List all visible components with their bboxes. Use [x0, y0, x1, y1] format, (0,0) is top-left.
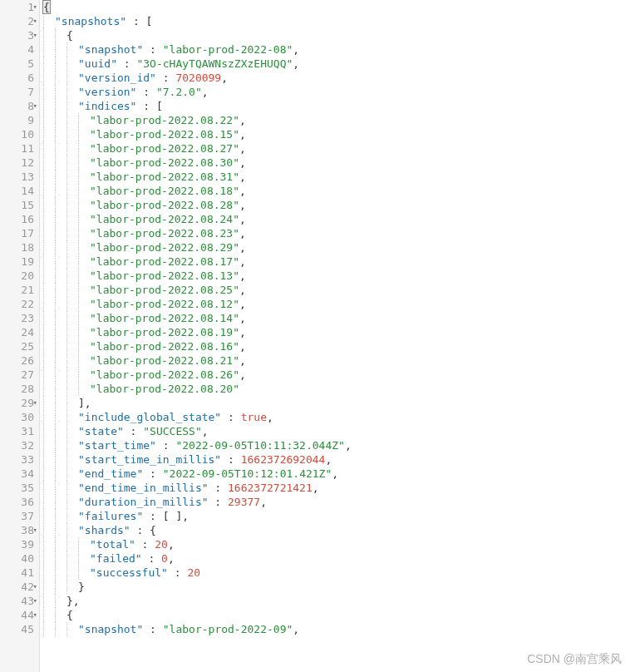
- line-number: 15: [0, 198, 34, 212]
- token-string: "labor-prod-2022.08.23": [90, 227, 239, 240]
- code-line[interactable]: }: [43, 580, 630, 594]
- fold-arrow-icon[interactable]: ▾: [33, 594, 37, 608]
- indent-guide: [66, 57, 78, 71]
- code-line[interactable]: },: [43, 594, 630, 608]
- code-line[interactable]: "labor-prod-2022.08.15",: [43, 127, 630, 141]
- token-key: "failed": [90, 552, 142, 565]
- indent-guide: [43, 396, 55, 410]
- code-line[interactable]: "total" : 20,: [43, 537, 630, 551]
- line-number: 29▾: [0, 396, 34, 410]
- code-line[interactable]: "labor-prod-2022.08.28",: [43, 198, 630, 212]
- code-line[interactable]: "uuid" : "3O-cHAyTQAWNszZXzEHUQQ",: [43, 57, 630, 71]
- token-punct: : [: [126, 15, 152, 27]
- indent-guide: [66, 71, 78, 85]
- token-punct: ,: [168, 552, 175, 565]
- indent-guide: [78, 551, 90, 566]
- code-line[interactable]: "failures" : [ ],: [43, 509, 630, 523]
- code-line[interactable]: "labor-prod-2022.08.20": [43, 382, 630, 396]
- token-punct: :: [168, 566, 187, 579]
- code-line[interactable]: "version_id" : 7020099,: [43, 71, 630, 85]
- token-punct: ,: [168, 538, 175, 551]
- line-number: 27: [0, 368, 34, 382]
- code-line[interactable]: "shards" : {: [43, 523, 630, 537]
- token-string: "labor-prod-2022.08.24": [90, 213, 239, 225]
- token-punct: ,: [332, 467, 338, 480]
- line-number: 38▾: [0, 523, 34, 537]
- code-line[interactable]: "end_time_in_millis" : 1662372721421,: [43, 481, 630, 495]
- code-line[interactable]: "include_global_state" : true,: [43, 410, 630, 424]
- code-line[interactable]: "indices" : [: [43, 99, 630, 113]
- code-line[interactable]: {: [43, 0, 630, 14]
- indent-guide: [55, 368, 66, 382]
- code-line[interactable]: {: [43, 608, 630, 622]
- fold-arrow-icon[interactable]: ▾: [33, 99, 37, 113]
- code-line[interactable]: "labor-prod-2022.08.30",: [43, 156, 630, 170]
- fold-arrow-icon[interactable]: ▾: [33, 396, 37, 410]
- token-number: 1662372721421: [228, 482, 313, 494]
- code-line[interactable]: "labor-prod-2022.08.22",: [43, 113, 630, 127]
- indent-guide: [66, 269, 78, 283]
- indent-guide: [66, 339, 78, 353]
- token-punct: ,: [325, 453, 332, 466]
- indent-guide: [66, 438, 78, 452]
- token-punct: ,: [239, 312, 246, 324]
- code-line[interactable]: "labor-prod-2022.08.27",: [43, 141, 630, 156]
- fold-arrow-icon[interactable]: ▾: [33, 28, 37, 42]
- code-line[interactable]: "version" : "7.2.0",: [43, 85, 630, 99]
- line-number: 42▾: [0, 580, 34, 594]
- code-line[interactable]: "labor-prod-2022.08.29",: [43, 240, 630, 254]
- code-line[interactable]: "labor-prod-2022.08.12",: [43, 297, 630, 311]
- fold-arrow-icon[interactable]: ▾: [33, 0, 37, 14]
- code-line[interactable]: "labor-prod-2022.08.17",: [43, 254, 630, 269]
- token-number: 20: [155, 538, 168, 551]
- token-key: "snapshots": [55, 15, 126, 27]
- code-line[interactable]: "snapshot" : "labor-prod-2022-08",: [43, 42, 630, 57]
- code-line[interactable]: ],: [43, 396, 630, 410]
- indent-guide: [66, 325, 78, 339]
- token-punct: ,: [239, 284, 246, 296]
- code-line[interactable]: "labor-prod-2022.08.19",: [43, 325, 630, 339]
- code-line[interactable]: "start_time" : "2022-09-05T10:11:32.044Z…: [43, 438, 630, 452]
- indent-guide: [43, 240, 55, 254]
- fold-arrow-icon[interactable]: ▾: [33, 523, 37, 537]
- fold-arrow-icon[interactable]: ▾: [33, 580, 37, 594]
- code-line[interactable]: "labor-prod-2022.08.26",: [43, 368, 630, 382]
- indent-guide: [43, 156, 55, 170]
- token-key: "duration_in_millis": [78, 496, 209, 508]
- code-line[interactable]: "end_time" : "2022-09-05T10:12:01.421Z",: [43, 467, 630, 481]
- line-number: 34: [0, 467, 34, 481]
- indent-guide: [55, 523, 66, 537]
- indent-guide: [78, 198, 90, 212]
- code-line[interactable]: "labor-prod-2022.08.14",: [43, 311, 630, 325]
- code-line[interactable]: "labor-prod-2022.08.24",: [43, 212, 630, 226]
- code-line[interactable]: "snapshots" : [: [43, 14, 630, 28]
- code-line[interactable]: "labor-prod-2022.08.23",: [43, 226, 630, 240]
- code-line[interactable]: "labor-prod-2022.08.25",: [43, 283, 630, 297]
- code-line[interactable]: "start_time_in_millis" : 1662372692044,: [43, 452, 630, 467]
- indent-guide: [55, 467, 66, 481]
- line-number: 45: [0, 622, 34, 636]
- token-punct: :: [156, 439, 175, 452]
- code-line[interactable]: "labor-prod-2022.08.16",: [43, 339, 630, 353]
- code-line[interactable]: "labor-prod-2022.08.18",: [43, 184, 630, 198]
- fold-arrow-icon[interactable]: ▾: [33, 14, 37, 28]
- code-line[interactable]: "failed" : 0,: [43, 551, 630, 566]
- token-punct: ,: [202, 425, 209, 437]
- indent-guide: [43, 622, 55, 636]
- code-line[interactable]: "snapshot" : "labor-prod-2022-09",: [43, 622, 630, 636]
- indent-guide: [55, 113, 66, 127]
- code-line[interactable]: "state" : "SUCCESS",: [43, 424, 630, 438]
- code-line[interactable]: "labor-prod-2022.08.21",: [43, 353, 630, 368]
- fold-arrow-icon[interactable]: ▾: [33, 608, 37, 622]
- token-string: "labor-prod-2022.08.18": [90, 185, 239, 197]
- code-line[interactable]: {: [43, 28, 630, 42]
- code-line[interactable]: "successful" : 20: [43, 566, 630, 580]
- code-line[interactable]: "labor-prod-2022.08.31",: [43, 170, 630, 184]
- token-key: "end_time": [78, 467, 143, 480]
- indent-guide: [78, 339, 90, 353]
- indent-guide: [43, 14, 55, 28]
- code-line[interactable]: "labor-prod-2022.08.13",: [43, 269, 630, 283]
- token-punct: :: [143, 623, 162, 635]
- code-line[interactable]: "duration_in_millis" : 29377,: [43, 495, 630, 509]
- code-area[interactable]: {"snapshots" : [{"snapshot" : "labor-pro…: [40, 0, 630, 672]
